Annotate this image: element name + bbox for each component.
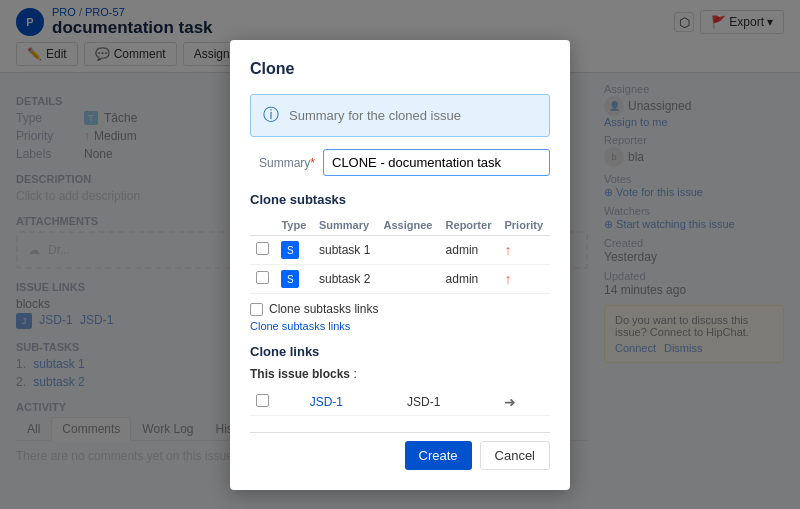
links-table: JSD-1 JSD-1 ➜ <box>250 389 550 416</box>
clone-links-row: Clone subtasks links <box>250 302 550 316</box>
modal-title: Clone <box>250 60 550 78</box>
clone-links-desc: This issue blocks : <box>250 367 550 381</box>
col-type: Type <box>275 215 313 236</box>
subtask-2-reporter: admin <box>440 265 499 294</box>
subtask-1-summary: subtask 1 <box>313 236 378 265</box>
link-1-key[interactable]: JSD-1 <box>310 395 343 409</box>
subtask-2-type-icon: S <box>281 270 299 288</box>
page-wrapper: P PRO / PRO-57 documentation task ⬡ 🚩 Ex… <box>0 0 800 509</box>
subtask-2-priority: ↑ <box>504 271 511 287</box>
link-row-1: JSD-1 JSD-1 ➜ <box>250 389 550 416</box>
info-box: ⓘ <box>250 94 550 137</box>
clone-links-label: Clone subtasks links <box>269 302 378 316</box>
col-priority: Priority <box>498 215 550 236</box>
summary-input[interactable] <box>323 149 550 176</box>
subtask-2-checkbox[interactable] <box>256 271 269 284</box>
subtask-2-assignee <box>378 265 440 294</box>
subtask-2-summary: subtask 2 <box>313 265 378 294</box>
link-1-arrow-icon: ➜ <box>504 394 516 410</box>
subtask-1-type-icon: S <box>281 241 299 259</box>
col-check <box>250 215 275 236</box>
subtask-row-1: S subtask 1 admin ↑ <box>250 236 550 265</box>
clone-subtasks-title: Clone subtasks <box>250 192 550 207</box>
cancel-button[interactable]: Cancel <box>480 441 550 470</box>
summary-label: Summary* <box>250 156 315 170</box>
subtask-row-2: S subtask 2 admin ↑ <box>250 265 550 294</box>
subtask-1-reporter: admin <box>440 236 499 265</box>
modal-overlay: Clone ⓘ Summary* Clone subtasks Type <box>0 0 800 509</box>
col-summary: Summary <box>313 215 378 236</box>
col-assignee: Assignee <box>378 215 440 236</box>
col-reporter: Reporter <box>440 215 499 236</box>
modal-footer: Create Cancel <box>250 432 550 470</box>
clone-links-section: Clone links This issue blocks : JSD-1 JS… <box>250 344 550 416</box>
clone-modal: Clone ⓘ Summary* Clone subtasks Type <box>230 40 570 490</box>
clone-subtask-links-checkbox[interactable] <box>250 303 263 316</box>
subtask-1-assignee <box>378 236 440 265</box>
link-1-checkbox[interactable] <box>256 394 269 407</box>
link-1-summary: JSD-1 <box>401 389 498 416</box>
info-icon: ⓘ <box>263 105 279 126</box>
create-button[interactable]: Create <box>405 441 472 470</box>
subtasks-table: Type Summary Assignee Reporter Priority … <box>250 215 550 294</box>
summary-row: Summary* <box>250 149 550 176</box>
info-input[interactable] <box>289 108 537 123</box>
subtask-1-checkbox[interactable] <box>256 242 269 255</box>
clone-links-sub-link[interactable]: Clone subtasks links <box>250 320 550 332</box>
clone-links-title: Clone links <box>250 344 550 359</box>
subtask-1-priority: ↑ <box>504 242 511 258</box>
